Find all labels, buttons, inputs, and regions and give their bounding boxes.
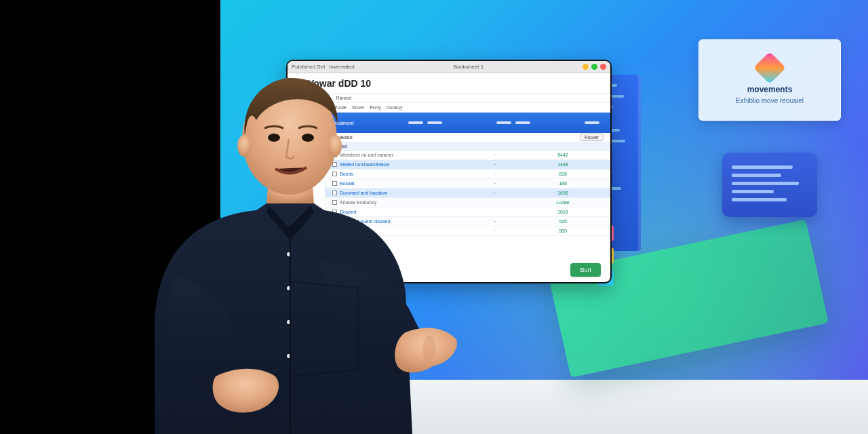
- row-mid: ·: [468, 219, 522, 224]
- svg-point-3: [328, 135, 342, 157]
- row-value: 188: [522, 181, 604, 186]
- row-value: 1488: [522, 162, 604, 167]
- stage: movements Exhiblio move reousiel Publish…: [0, 0, 868, 434]
- window-close-icon[interactable]: [600, 64, 606, 70]
- presenter: [114, 58, 467, 434]
- svg-point-5: [302, 134, 314, 142]
- row-mid: ·: [468, 153, 522, 157]
- row-value: 525: [522, 219, 604, 224]
- primary-action-button[interactable]: Burt: [570, 263, 601, 277]
- row-mid: ·: [468, 229, 522, 233]
- row-value: Lodee: [522, 200, 604, 205]
- window-maximize-icon[interactable]: [591, 64, 597, 70]
- promo-subtitle: Exhiblio move reousiel: [736, 97, 804, 104]
- window-minimize-icon[interactable]: [583, 64, 589, 70]
- gem-icon: [753, 51, 786, 83]
- row-value: 1618: [522, 210, 604, 214]
- code-card: [722, 153, 817, 217]
- row-value: 818: [522, 172, 604, 176]
- row-mid: ·: [468, 162, 522, 167]
- row-value: 1698: [522, 191, 604, 195]
- row-value: 5442: [522, 153, 604, 157]
- row-value: 509: [522, 229, 604, 233]
- svg-point-2: [237, 135, 251, 157]
- svg-point-0: [422, 336, 436, 363]
- svg-point-4: [268, 134, 280, 142]
- row-mid: ·: [468, 191, 522, 195]
- row-mid: ·: [468, 172, 522, 176]
- promo-card: movements Exhiblio move reousiel: [698, 39, 841, 121]
- promo-title: movements: [747, 85, 793, 94]
- row-mid: ·: [468, 181, 522, 186]
- subhead-pill[interactable]: Roover: [580, 134, 604, 141]
